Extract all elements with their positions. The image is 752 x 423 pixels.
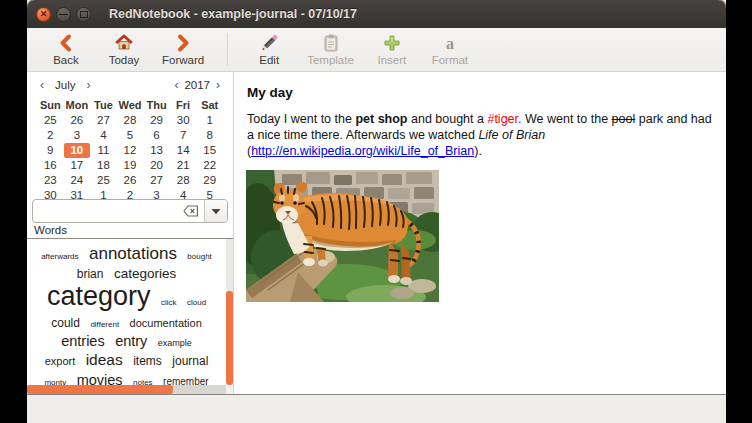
maximize-button[interactable] bbox=[76, 7, 91, 22]
entry-heading: My day bbox=[247, 85, 293, 100]
calendar-day[interactable]: 4 bbox=[90, 128, 117, 143]
forward-button[interactable]: Forward bbox=[153, 28, 213, 71]
calendar-day[interactable]: 29 bbox=[196, 173, 223, 188]
horizontal-scrollbar[interactable] bbox=[27, 385, 226, 394]
search-bar bbox=[27, 199, 233, 223]
calendar-day[interactable]: 29 bbox=[143, 113, 170, 128]
calendar-day[interactable]: 22 bbox=[196, 158, 223, 173]
calendar-day[interactable]: 3 bbox=[64, 128, 91, 143]
cloud-word[interactable]: could bbox=[51, 316, 80, 330]
calendar-year-label: 2017 bbox=[184, 79, 210, 91]
next-month-arrow[interactable]: › bbox=[83, 78, 93, 92]
calendar-day[interactable]: 27 bbox=[90, 113, 117, 128]
toolbar-separator bbox=[227, 33, 228, 66]
today-button[interactable]: Today bbox=[95, 28, 153, 71]
vertical-scrollbar[interactable] bbox=[226, 239, 233, 385]
calendar-day[interactable]: 15 bbox=[196, 143, 223, 158]
calendar-day[interactable]: 8 bbox=[196, 128, 223, 143]
cloud-word[interactable]: entries bbox=[61, 333, 105, 349]
calendar-day[interactable]: 26 bbox=[117, 173, 144, 188]
cloud-word[interactable]: items bbox=[133, 354, 162, 368]
calendar-day[interactable]: 7 bbox=[170, 128, 197, 143]
cloud-word[interactable]: cloud bbox=[187, 298, 206, 307]
cloud-word[interactable]: annotations bbox=[89, 244, 177, 263]
calendar-day[interactable]: 1 bbox=[196, 113, 223, 128]
search-dropdown-button[interactable] bbox=[204, 200, 227, 222]
insert-button[interactable]: Insert bbox=[363, 28, 421, 71]
calendar-day[interactable]: 12 bbox=[117, 143, 144, 158]
entry-line-3: (http://en.wikipedia.org/wiki/Life_of_Br… bbox=[247, 143, 712, 159]
prev-year-arrow[interactable]: ‹ bbox=[171, 78, 181, 92]
cloud-word[interactable]: export bbox=[45, 355, 76, 367]
letter-a-icon: a bbox=[440, 33, 460, 53]
titlebar[interactable]: ✕ — RedNotebook - example-journal - 07/1… bbox=[27, 0, 726, 28]
search-input[interactable] bbox=[33, 203, 178, 219]
cloud-word[interactable]: journal bbox=[172, 354, 208, 368]
entry-line-2: a nice time there. Afterwards we watched… bbox=[247, 127, 712, 143]
calendar-day[interactable]: 11 bbox=[90, 143, 117, 158]
calendar-day[interactable]: 16 bbox=[37, 158, 64, 173]
cloud-word[interactable]: ideas bbox=[86, 351, 123, 368]
cloud-word[interactable]: entry bbox=[115, 333, 147, 349]
cloud-word[interactable]: categories bbox=[114, 266, 176, 281]
calendar-day[interactable]: 28 bbox=[170, 173, 197, 188]
cloud-word[interactable]: brian bbox=[77, 267, 104, 281]
close-button[interactable]: ✕ bbox=[36, 7, 51, 22]
cloud-word[interactable]: click bbox=[161, 298, 177, 307]
calendar-day[interactable]: 5 bbox=[117, 128, 144, 143]
calendar-day[interactable]: 30 bbox=[170, 113, 197, 128]
cloud-word[interactable]: example bbox=[158, 338, 192, 348]
calendar-day[interactable]: 20 bbox=[143, 158, 170, 173]
italic-text: Life of Brian bbox=[478, 128, 545, 142]
cloud-word[interactable]: monty bbox=[44, 378, 66, 385]
calendar: ‹ July › ‹ 2017 › Sun Mon Tue Wed Thu bbox=[27, 72, 233, 203]
clear-search-icon[interactable] bbox=[178, 205, 204, 217]
cloud-word[interactable]: remember bbox=[163, 376, 209, 385]
svg-text:a: a bbox=[446, 35, 454, 52]
wikipedia-link[interactable]: http://en.wikipedia.org/wiki/Life_of_Bri… bbox=[251, 144, 474, 158]
calendar-day[interactable]: 13 bbox=[143, 143, 170, 158]
calendar-day[interactable]: 9 bbox=[37, 143, 64, 158]
template-button[interactable]: Template bbox=[298, 28, 363, 71]
cloud-word[interactable]: movies bbox=[77, 372, 123, 385]
prev-month-arrow[interactable]: ‹ bbox=[37, 78, 47, 92]
calendar-weekday-row: Sun Mon Tue Wed Thu Fri Sat bbox=[37, 96, 223, 113]
calendar-day[interactable]: 25 bbox=[90, 173, 117, 188]
edit-button[interactable]: Edit bbox=[240, 28, 298, 71]
calendar-day-selected[interactable]: 10 bbox=[64, 143, 91, 158]
cloud-word[interactable]: notes bbox=[133, 378, 153, 385]
cloud-word[interactable]: documentation bbox=[130, 317, 202, 329]
calendar-day[interactable]: 21 bbox=[170, 158, 197, 173]
cloud-word[interactable]: different bbox=[90, 320, 119, 329]
journal-view: My day Today I went to the pet shop and … bbox=[234, 72, 726, 394]
calendar-day[interactable]: 18 bbox=[90, 158, 117, 173]
next-year-arrow[interactable]: › bbox=[213, 78, 223, 92]
calendar-day[interactable]: 25 bbox=[37, 113, 64, 128]
word-cloud: afterwards annotations bought brian cate… bbox=[27, 239, 226, 385]
rednotebook-window: ✕ — RedNotebook - example-journal - 07/1… bbox=[27, 0, 726, 394]
calendar-day[interactable]: 6 bbox=[143, 128, 170, 143]
calendar-header: ‹ July › ‹ 2017 › bbox=[37, 76, 223, 94]
calendar-day[interactable]: 28 bbox=[117, 113, 144, 128]
cloud-word[interactable]: category bbox=[47, 281, 151, 311]
tab-words[interactable]: Words bbox=[27, 224, 233, 239]
calendar-day[interactable]: 23 bbox=[37, 173, 64, 188]
tiger-photo bbox=[246, 170, 439, 302]
vertical-scrollbar-thumb[interactable] bbox=[226, 291, 233, 385]
minimize-button[interactable]: — bbox=[56, 7, 71, 22]
sidebar: ‹ July › ‹ 2017 › Sun Mon Tue Wed Thu bbox=[27, 72, 234, 394]
cloud-word[interactable]: bought bbox=[187, 252, 211, 261]
calendar-day[interactable]: 17 bbox=[64, 158, 91, 173]
calendar-day[interactable]: 19 bbox=[117, 158, 144, 173]
horizontal-scrollbar-thumb[interactable] bbox=[27, 385, 173, 394]
calendar-day[interactable]: 2 bbox=[37, 128, 64, 143]
calendar-day[interactable]: 27 bbox=[143, 173, 170, 188]
calendar-day[interactable]: 26 bbox=[64, 113, 91, 128]
desktop-area: ✕ — RedNotebook - example-journal - 07/1… bbox=[27, 0, 726, 423]
back-button[interactable]: Back bbox=[37, 28, 95, 71]
plus-icon bbox=[382, 33, 402, 53]
calendar-day[interactable]: 24 bbox=[64, 173, 91, 188]
calendar-day[interactable]: 14 bbox=[170, 143, 197, 158]
format-button[interactable]: a Format bbox=[421, 28, 479, 71]
cloud-word[interactable]: afterwards bbox=[41, 252, 78, 261]
